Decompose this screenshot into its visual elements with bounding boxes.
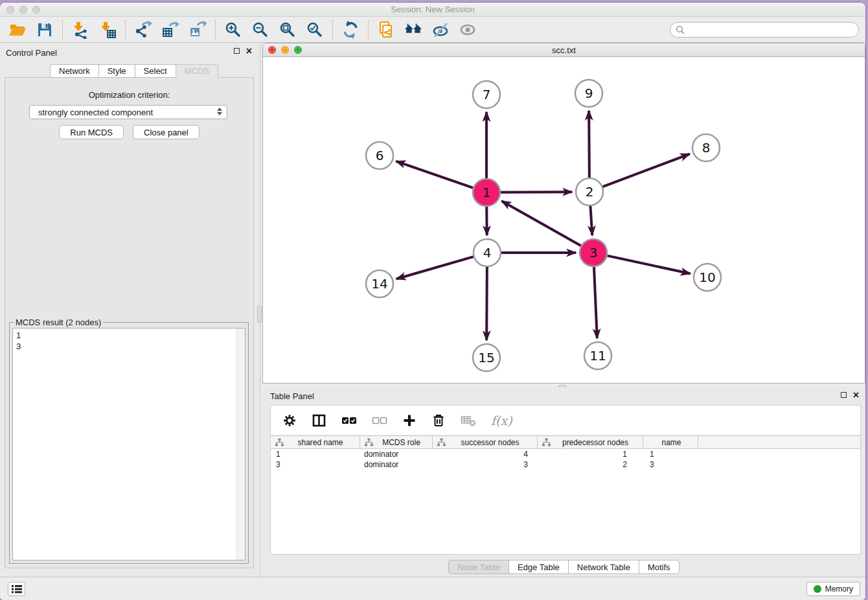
control-panel: Control Panel × Network Style Select MCD… xyxy=(0,43,260,577)
table-panel-header: Table Panel × xyxy=(262,387,865,404)
search-field[interactable] xyxy=(670,22,859,38)
table-panel-tabs: Node Table Edge Table Network Table Moti… xyxy=(262,560,865,574)
column-header-name[interactable]: name xyxy=(643,436,698,448)
graph-edge-2-9[interactable] xyxy=(589,111,589,178)
zoom-out-icon[interactable] xyxy=(251,21,269,39)
column-type-icon xyxy=(542,438,551,446)
float-panel-icon[interactable] xyxy=(234,48,240,54)
graph-edge-4-14[interactable] xyxy=(396,257,474,279)
refresh-layout-icon[interactable] xyxy=(341,21,360,39)
search-input[interactable] xyxy=(688,25,853,34)
cell-mcds-role: dominator xyxy=(360,449,433,459)
graph-node-1[interactable]: 1 xyxy=(473,179,500,206)
list-icon xyxy=(11,584,23,594)
import-network-icon[interactable] xyxy=(71,21,89,39)
window-title: Session: New Session xyxy=(0,5,865,14)
zoom-in-icon[interactable] xyxy=(224,21,242,39)
graph-node-8[interactable]: 8 xyxy=(692,134,720,161)
run-mcds-button[interactable]: Run MCDS xyxy=(59,125,124,139)
mcds-result-group: MCDS result (2 nodes) 1 3 xyxy=(9,322,249,564)
graph-node-11[interactable]: 11 xyxy=(584,342,611,369)
network-canvas[interactable]: 7968124314101511 xyxy=(263,57,865,383)
hide-graphics-details-icon[interactable] xyxy=(431,21,450,39)
graph-node-9[interactable]: 9 xyxy=(575,80,602,107)
column-header-mcds-role[interactable]: MCDS role xyxy=(360,436,433,448)
tab-network[interactable]: Network xyxy=(50,64,98,78)
table-toolbar: f(x) xyxy=(271,406,860,435)
tab-edge-table[interactable]: Edge Table xyxy=(508,560,568,574)
tab-mcds[interactable]: MCDS xyxy=(176,64,218,78)
tab-network-table[interactable]: Network Table xyxy=(568,560,639,574)
graph-edge-2-3[interactable] xyxy=(590,206,592,235)
close-panel-icon[interactable]: × xyxy=(246,48,252,54)
graph-node-14[interactable]: 14 xyxy=(366,270,393,297)
graph-node-label: 8 xyxy=(702,140,711,156)
table-row[interactable]: 3 dominator 3 2 3 xyxy=(271,459,860,470)
header-filler xyxy=(698,436,860,448)
memory-button[interactable]: Memory xyxy=(806,582,860,596)
memory-label: Memory xyxy=(825,584,853,594)
column-layout-icon[interactable] xyxy=(312,413,326,428)
import-table-icon[interactable] xyxy=(98,21,117,39)
search-icon xyxy=(676,25,685,34)
graph-node-15[interactable]: 15 xyxy=(473,344,500,371)
graph-node-3[interactable]: 3 xyxy=(580,239,607,266)
cell-shared-name: 1 xyxy=(271,449,360,459)
graph-node-4[interactable]: 4 xyxy=(474,239,501,266)
graph-edge-3-11[interactable] xyxy=(594,267,597,338)
graph-node-10[interactable]: 10 xyxy=(694,264,721,291)
delete-column-icon[interactable] xyxy=(431,413,446,428)
open-folder-icon[interactable] xyxy=(8,21,27,39)
select-all-icon[interactable] xyxy=(341,413,357,428)
export-network-icon[interactable] xyxy=(134,21,152,39)
graph-edge-1-2[interactable] xyxy=(501,192,572,192)
graph-node-7[interactable]: 7 xyxy=(473,81,500,108)
column-type-icon xyxy=(275,438,284,446)
close-panel-button[interactable]: Close panel xyxy=(133,125,200,139)
add-column-icon[interactable] xyxy=(402,413,417,428)
graph-node-label: 1 xyxy=(483,185,491,200)
float-table-panel-icon[interactable] xyxy=(841,392,847,398)
graph-node-6[interactable]: 6 xyxy=(366,142,393,169)
tab-motifs[interactable]: Motifs xyxy=(639,560,680,574)
graph-edge-2-8[interactable] xyxy=(603,154,690,187)
tab-style[interactable]: Style xyxy=(98,64,135,78)
mcds-result-line: 1 xyxy=(16,330,242,341)
criterion-dropdown[interactable]: strongly connected component xyxy=(29,105,227,119)
save-icon[interactable] xyxy=(36,21,54,39)
function-builder-icon: f(x) xyxy=(491,413,512,428)
cell-predecessor-nodes: 2 xyxy=(538,459,643,470)
network-window-titlebar[interactable]: × − + scc.txt xyxy=(263,43,865,57)
graph-edge-1-6[interactable] xyxy=(396,161,474,188)
column-header-predecessor-nodes[interactable]: predecessor nodes xyxy=(538,436,643,448)
close-table-panel-icon[interactable]: × xyxy=(853,392,859,398)
result-scrollbar[interactable] xyxy=(236,329,245,560)
optimization-criterion-label: Optimization criterion: xyxy=(5,90,253,100)
tab-node-table[interactable]: Node Table xyxy=(448,560,508,574)
export-table-icon[interactable] xyxy=(161,21,179,39)
vertical-split-grip[interactable] xyxy=(257,306,262,323)
column-header-successor-nodes[interactable]: successor nodes xyxy=(433,436,538,448)
zoom-selected-icon[interactable] xyxy=(306,21,324,39)
graph-edge-3-10[interactable] xyxy=(608,256,691,274)
delete-table-icon xyxy=(461,414,476,427)
clone-network-icon[interactable] xyxy=(377,21,395,39)
graph-edge-3-1[interactable] xyxy=(502,201,581,246)
graph-node-label: 14 xyxy=(371,276,387,292)
table-settings-icon[interactable] xyxy=(282,413,297,428)
neighbors-houses-icon[interactable] xyxy=(404,21,422,39)
deselect-all-icon[interactable] xyxy=(372,413,387,428)
task-history-button[interactable] xyxy=(8,582,25,596)
main-titlebar[interactable]: Session: New Session xyxy=(0,3,865,17)
table-row[interactable]: 1 dominator 4 1 1 xyxy=(271,449,860,459)
cell-shared-name: 3 xyxy=(271,459,360,470)
zoom-fit-icon[interactable] xyxy=(279,21,297,39)
export-image-icon[interactable] xyxy=(188,21,207,39)
mcds-panel: Optimization criterion: strongly connect… xyxy=(5,77,254,568)
tab-select[interactable]: Select xyxy=(135,64,176,78)
graph-edge-4-15[interactable] xyxy=(486,267,487,340)
cell-name: 3 xyxy=(643,459,698,470)
graph-node-2[interactable]: 2 xyxy=(576,178,603,205)
graph-node-label: 10 xyxy=(699,270,715,285)
column-header-shared-name[interactable]: shared name xyxy=(271,436,360,448)
